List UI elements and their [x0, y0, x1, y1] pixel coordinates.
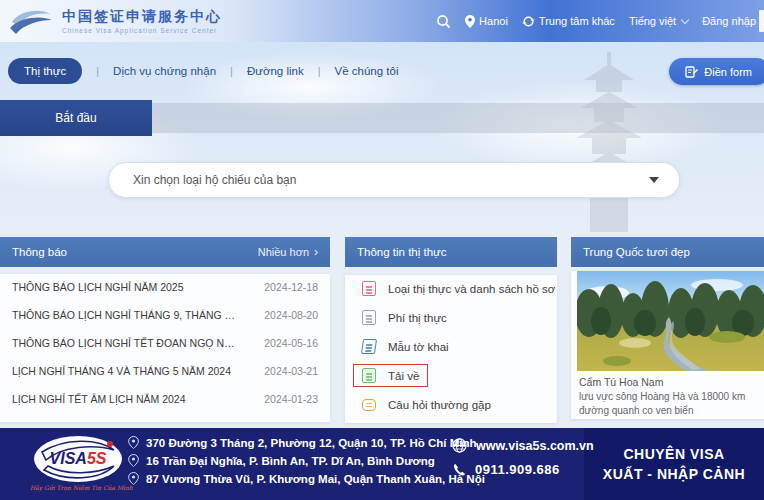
address-row: 370 Đường 3 Tháng 2, Phường 12, Quận 10,… — [128, 436, 485, 449]
login-button[interactable]: Đăng nhập — [702, 15, 756, 27]
notice-row[interactable]: THÔNG BÁO LỊCH NGHỈ THÁNG 9, THÁNG 10...… — [0, 302, 330, 327]
footer-contact: www.visa5s.com.vn 0911.909.686 — [452, 438, 594, 477]
visa-info-label: Câu hỏi thường gặp — [388, 399, 491, 411]
sub-tab-row: Bắt đầu — [0, 100, 764, 136]
phone-number: 0911.909.686 — [475, 462, 560, 477]
footer: CHUYÊN VISA XUẤT - NHẬP CẢNH VISA5S Hãy … — [0, 428, 764, 500]
tab-bat-dau[interactable]: Bắt đầu — [0, 100, 152, 136]
faq-chat-icon — [362, 399, 376, 411]
notice-title: THÔNG BÁO LỊCH NGHỈ THÁNG 9, THÁNG 10... — [12, 309, 237, 321]
location-pin-icon — [465, 15, 475, 28]
website-row[interactable]: www.visa5s.com.vn — [452, 438, 594, 453]
notice-title: LỊCH NGHỈ TẾT ÂM LỊCH NĂM 2024 — [12, 393, 186, 405]
fill-form-button[interactable]: Điền form — [669, 58, 764, 85]
phone-icon — [452, 463, 466, 477]
visa-info-item-cau-hoi-thuong-gap[interactable]: Câu hỏi thường gặp — [353, 391, 557, 418]
visa-info-item-phi-thi-thuc[interactable]: Phí thị thực — [353, 304, 557, 331]
logo-chinese-title: 中国签证申请服务中心 — [62, 8, 222, 26]
notice-title: LỊCH NGHỈ THÁNG 4 VÀ THÁNG 5 NĂM 2024 — [12, 365, 231, 377]
notices-title: Thông báo — [12, 246, 67, 258]
pagoda-silhouette — [574, 52, 644, 232]
visa-fee-icon — [362, 310, 376, 325]
other-centers-link[interactable]: Trung tâm khác — [522, 15, 615, 28]
nav-separator: | — [318, 65, 321, 77]
nav-tab-duong-link[interactable]: Đường link — [247, 65, 304, 77]
scenery-photo[interactable] — [577, 271, 764, 371]
promo-line-2: XUẤT - NHẬP CẢNH — [603, 466, 745, 482]
footer-promo-block: CHUYÊN VISA XUẤT - NHẬP CẢNH — [584, 428, 764, 500]
passport-type-select[interactable]: Xin chọn loại hộ chiếu của bạn — [108, 162, 680, 198]
visa-info-list: Loại thị thực và danh sách hồ sơ Phí thị… — [345, 275, 557, 423]
nav-tab-ve-chung-toi[interactable]: Về chúng tôi — [335, 65, 399, 77]
visa-info-panel: Thông tin thị thực Loại thị thực và danh… — [345, 237, 557, 415]
location-label: Hanoi — [479, 15, 508, 27]
address-row: 16 Trần Đại Nghĩa, P. Bình An, TP. Dĩ An… — [128, 454, 485, 467]
content-panels: Thông báo Nhiều hơn › THÔNG BÁO LỊCH NGH… — [0, 237, 764, 415]
scenery-caption-title: Cẩm Tú Hoa Nam — [579, 376, 764, 388]
select-dropdown-arrow-icon — [649, 177, 659, 183]
scenery-caption-text: lưu vực sông Hoàng Hà và 18000 km đường … — [579, 390, 764, 417]
address-pin-icon — [128, 454, 139, 467]
address-pin-icon — [128, 472, 139, 485]
nav-separator: | — [96, 65, 99, 77]
beautiful-china-body: Cẩm Tú Hoa Nam lưu vực sông Hoàng Hà và … — [571, 271, 764, 419]
form-pencil-icon — [685, 65, 698, 78]
logo-swoosh-icon — [10, 4, 54, 38]
chevron-down-icon — [681, 15, 689, 23]
address-text: 370 Đường 3 Tháng 2, Phường 12, Quận 10,… — [146, 437, 477, 449]
search-button[interactable] — [436, 14, 451, 29]
tai-ve-highlight-box: Tải về — [353, 364, 428, 387]
visa-info-item-mau-to-khai[interactable]: Mẫu tờ khai — [353, 333, 557, 360]
notice-row[interactable]: LỊCH NGHỈ THÁNG 4 VÀ THÁNG 5 NĂM 2024 20… — [0, 358, 330, 383]
chevron-right-icon: › — [314, 245, 318, 259]
nav-tab-thi-thuc[interactable]: Thị thực — [8, 58, 82, 84]
main-navigation: Thị thực | Dịch vụ chứng nhận | Đường li… — [8, 58, 399, 84]
address-pin-icon — [128, 436, 139, 449]
language-selector[interactable]: Tiếng việt — [629, 15, 688, 27]
notice-date: 2024-01-23 — [264, 393, 318, 405]
site-logo[interactable]: 中国签证申请服务中心 Chinese Visa Application Serv… — [10, 4, 222, 38]
text-cursor-artifact — [759, 10, 764, 32]
notices-header: Thông báo Nhiều hơn › — [0, 237, 330, 267]
login-label: Đăng nhập — [702, 15, 756, 27]
tab-row-strip — [152, 103, 764, 133]
visa-info-item-loai-thi-thuc[interactable]: Loại thị thực và danh sách hồ sơ — [353, 275, 557, 302]
notice-row[interactable]: THÔNG BÁO LỊCH NGHỈ TẾT ĐOAN NGỌ NĂM... … — [0, 330, 330, 355]
notice-date: 2024-08-20 — [264, 309, 318, 321]
visa-info-label: Phí thị thực — [388, 312, 447, 324]
visa5s-logo[interactable]: VISA5S — [34, 436, 122, 482]
phone-row[interactable]: 0911.909.686 — [452, 462, 594, 477]
beautiful-china-title: Trung Quốc tươi đẹp — [583, 246, 690, 258]
form-pen-icon — [361, 339, 377, 354]
nav-tab-dich-vu-chung-nhan[interactable]: Dịch vụ chứng nhận — [113, 65, 216, 77]
visa-info-title: Thông tin thị thực — [357, 246, 447, 258]
switch-center-icon — [522, 15, 535, 28]
visa-info-label: Tải về — [388, 370, 419, 382]
notice-date: 2024-05-16 — [264, 337, 318, 349]
notice-title: THÔNG BÁO LỊCH NGHỈ TẾT ĐOAN NGỌ NĂM... — [12, 337, 237, 349]
notice-row[interactable]: THÔNG BÁO LỊCH NGHỈ NĂM 2025 2024-12-18 — [0, 274, 330, 299]
search-icon — [436, 14, 451, 29]
fill-form-label: Điền form — [704, 66, 752, 78]
location-selector[interactable]: Hanoi — [465, 15, 508, 28]
language-label: Tiếng việt — [629, 15, 676, 27]
notices-list: THÔNG BÁO LỊCH NGHỈ NĂM 2025 2024-12-18 … — [0, 274, 330, 422]
hero-banner: Thị thực | Dịch vụ chứng nhận | Đường li… — [0, 42, 764, 232]
notice-date: 2024-03-21 — [264, 365, 318, 377]
passport-select-placeholder: Xin chọn loại hộ chiếu của bạn — [133, 173, 649, 187]
brand-tagline: Hãy Gửi Trọn Niềm Tin Của Mình — [30, 484, 126, 491]
notices-more-link[interactable]: Nhiều hơn › — [258, 245, 318, 259]
globe-icon — [452, 438, 467, 453]
notice-date: 2024-12-18 — [264, 281, 318, 293]
address-text: 87 Vương Thừa Vũ, P. Khương Mai, Quận Th… — [146, 473, 485, 485]
notice-row[interactable]: LỊCH NGHỈ TẾT ÂM LỊCH NĂM 2024 2024-01-2… — [0, 386, 330, 411]
visa-info-label: Loại thị thực và danh sách hồ sơ — [388, 283, 555, 295]
more-label: Nhiều hơn — [258, 246, 309, 258]
address-row: 87 Vương Thừa Vũ, P. Khương Mai, Quận Th… — [128, 472, 485, 485]
notice-title: THÔNG BÁO LỊCH NGHỈ NĂM 2025 — [12, 281, 184, 293]
nav-separator: | — [230, 65, 233, 77]
download-doc-icon — [362, 368, 376, 383]
visa-info-item-tai-ve[interactable]: Tải về — [353, 362, 557, 389]
notices-panel: Thông báo Nhiều hơn › THÔNG BÁO LỊCH NGH… — [0, 237, 330, 415]
top-utility-menu: Hanoi Trung tâm khác Tiếng việt Đăng nhậ… — [436, 0, 756, 42]
